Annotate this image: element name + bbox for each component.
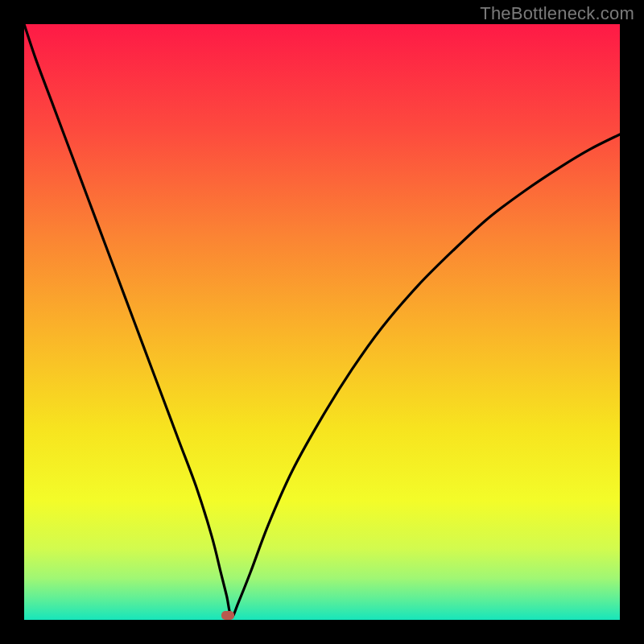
- chart-frame: TheBottleneck.com: [0, 0, 644, 644]
- bottleneck-curve: [24, 24, 620, 620]
- watermark-text: TheBottleneck.com: [480, 3, 634, 24]
- optimal-point-marker: [221, 611, 234, 620]
- plot-area: [24, 24, 620, 620]
